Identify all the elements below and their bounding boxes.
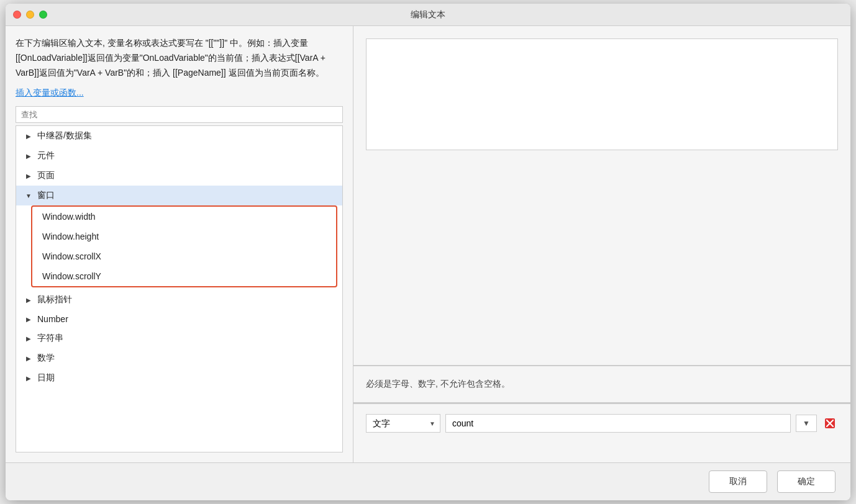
delete-value-button[interactable] <box>822 416 838 430</box>
tree-label-repeater: 中继器/数据集 <box>37 130 92 142</box>
right-top-area <box>353 26 850 365</box>
tree-item-window[interactable]: ▼ 窗口 <box>16 186 342 205</box>
tree-item-string[interactable]: ▶ 字符串 <box>16 328 342 348</box>
tree-item-math[interactable]: ▶ 数学 <box>16 348 342 368</box>
tree-arrow-date: ▶ <box>24 373 34 383</box>
left-panel: 在下方编辑区输入文本, 变量名称或表达式要写在 "[[""]]" 中。例如：插入… <box>6 26 353 462</box>
tree-arrow-element: ▶ <box>24 151 34 161</box>
validation-section: 必须是字母、数字, 不允许包含空格。 <box>353 366 850 403</box>
tree-label-cursor: 鼠标指针 <box>37 294 72 305</box>
tree-sublabel-window-scrollx: Window.scrollX <box>42 251 101 261</box>
tree-item-page[interactable]: ▶ 页面 <box>16 166 342 186</box>
window-sub-group: Window.width Window.height Window.scroll… <box>31 205 337 287</box>
tree-arrow-string: ▶ <box>24 333 34 343</box>
tree-arrow-cursor: ▶ <box>24 295 34 305</box>
tree-label-element: 元件 <box>37 150 55 161</box>
tree-subitem-window-height[interactable]: Window.height <box>32 227 336 246</box>
right-bottom-area <box>353 443 850 462</box>
title-bar: 编辑文本 <box>6 4 850 26</box>
tree-item-cursor[interactable]: ▶ 鼠标指针 <box>16 290 342 310</box>
validation-text: 必须是字母、数字, 不允许包含空格。 <box>366 379 510 389</box>
right-panel: 必须是字母、数字, 不允许包含空格。 文字 数字 变量 ▼ ▼ <box>353 26 850 462</box>
tree-label-window: 窗口 <box>37 190 55 201</box>
minimize-button[interactable] <box>26 11 34 19</box>
tree-label-page: 页面 <box>37 170 55 181</box>
type-select-wrapper: 文字 数字 变量 ▼ <box>366 414 440 433</box>
search-input[interactable] <box>16 106 343 123</box>
tree-sublabel-window-height: Window.height <box>42 232 99 241</box>
close-icon <box>824 418 836 429</box>
dialog-body: 在下方编辑区输入文本, 变量名称或表达式要写在 "[[""]]" 中。例如：插入… <box>6 26 850 462</box>
tree-sublabel-window-width: Window.width <box>42 212 96 222</box>
tree-arrow-repeater: ▶ <box>24 131 34 141</box>
tree-label-string: 字符串 <box>37 333 63 344</box>
cancel-button[interactable]: 取消 <box>709 470 767 493</box>
tree-item-number[interactable]: ▶ Number <box>16 310 342 328</box>
tree-item-date[interactable]: ▶ 日期 <box>16 368 342 388</box>
tree-subitem-window-scrollx[interactable]: Window.scrollX <box>32 246 336 266</box>
tree-subitem-window-scrolly[interactable]: Window.scrollY <box>32 266 336 286</box>
text-editor[interactable] <box>366 38 838 150</box>
tree-arrow-window: ▼ <box>24 191 34 200</box>
tree-arrow-page: ▶ <box>24 171 34 181</box>
dialog-footer: 取消 确定 <box>6 462 850 500</box>
window-controls <box>13 11 47 19</box>
value-dropdown-button[interactable]: ▼ <box>796 415 817 432</box>
value-input-row: 文字 数字 变量 ▼ ▼ <box>353 403 850 443</box>
dialog-title: 编辑文本 <box>411 9 445 20</box>
edit-text-dialog: 编辑文本 在下方编辑区输入文本, 变量名称或表达式要写在 "[[""]]" 中。… <box>6 4 850 500</box>
tree-subitem-window-width[interactable]: Window.width <box>32 207 336 227</box>
maximize-button[interactable] <box>39 11 47 19</box>
insert-variable-link[interactable]: 插入变量或函数... <box>6 85 353 104</box>
tree-label-math: 数学 <box>37 353 55 364</box>
tree-sublabel-window-scrolly: Window.scrollY <box>42 271 101 281</box>
tree-label-date: 日期 <box>37 372 55 384</box>
tree-arrow-number: ▶ <box>24 314 34 324</box>
tree-arrow-math: ▶ <box>24 353 34 363</box>
value-input-field[interactable] <box>445 414 791 433</box>
tree-item-element[interactable]: ▶ 元件 <box>16 146 342 166</box>
confirm-button[interactable]: 确定 <box>777 470 836 493</box>
close-button[interactable] <box>13 11 21 19</box>
tree-label-number: Number <box>37 314 68 324</box>
tree-item-repeater[interactable]: ▶ 中继器/数据集 <box>16 126 342 146</box>
variable-tree: ▶ 中继器/数据集 ▶ 元件 ▶ 页面 ▼ 窗口 <box>16 125 343 452</box>
instructions-text: 在下方编辑区输入文本, 变量名称或表达式要写在 "[[""]]" 中。例如：插入… <box>6 26 353 85</box>
type-select[interactable]: 文字 数字 变量 <box>366 414 440 433</box>
